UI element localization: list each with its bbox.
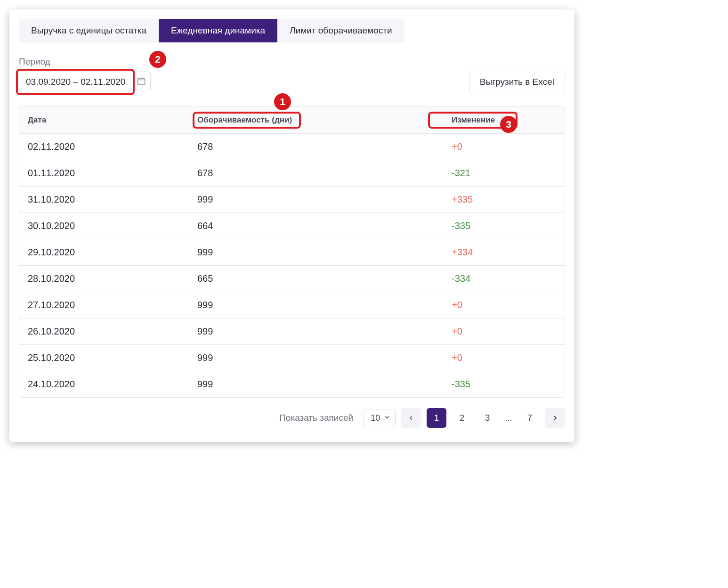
tab-1[interactable]: Ежедневная динамика: [159, 19, 277, 42]
column-turnover-label: Оборачиваемость (дни): [197, 115, 292, 124]
next-page-button[interactable]: [545, 408, 565, 428]
cell-date: 29.10.2020: [28, 247, 197, 258]
cell-date: 25.10.2020: [28, 352, 197, 363]
annotation-badge-1: 1: [274, 93, 291, 110]
page-size-label: Показать записей: [279, 413, 353, 423]
report-panel: 2 1 3 Выручка с единицы остаткаЕжедневна…: [9, 9, 574, 442]
cell-change: +0: [433, 300, 556, 310]
turnover-table: Дата Оборачиваемость (дни) Изменение 02.…: [19, 106, 565, 398]
table-row: 27.10.2020999+0: [19, 292, 565, 318]
cell-change: +0: [433, 352, 556, 363]
cell-change: +0: [433, 326, 556, 337]
annotation-badge-2: 2: [149, 51, 166, 68]
table-row: 30.10.2020664-335: [19, 213, 565, 239]
chevron-right-icon: [551, 414, 559, 422]
table-row: 26.10.2020999+0: [19, 318, 565, 345]
tabs: Выручка с единицы остаткаЕжедневная дина…: [19, 19, 404, 42]
cell-turnover: 999: [197, 247, 433, 258]
cell-date: 31.10.2020: [28, 194, 197, 205]
period-picker[interactable]: 03.09.2020 – 02.11.2020: [19, 72, 151, 92]
cell-turnover: 999: [197, 352, 433, 363]
cell-turnover: 678: [197, 168, 433, 179]
table-header: Дата Оборачиваемость (дни) Изменение: [19, 107, 565, 134]
column-change-label: Изменение: [452, 115, 495, 124]
chevron-left-icon: [407, 414, 415, 422]
table-row: 02.11.2020678+0: [19, 134, 565, 160]
page-1[interactable]: 1: [427, 408, 446, 428]
period-row: 03.09.2020 – 02.11.2020 Выгрузить в Exce…: [19, 71, 565, 93]
cell-turnover: 665: [197, 273, 433, 284]
table-row: 31.10.2020999+335: [19, 187, 565, 213]
prev-page-button[interactable]: [401, 408, 421, 428]
table-row: 24.10.2020999-335: [19, 371, 565, 397]
annotation-badge-3: 3: [500, 116, 517, 133]
column-date[interactable]: Дата: [28, 115, 197, 125]
tab-0[interactable]: Выручка с единицы остатка: [19, 19, 159, 42]
page-size-select[interactable]: 10: [364, 409, 396, 427]
cell-turnover: 999: [197, 326, 433, 337]
page-ellipsis: ...: [503, 413, 514, 423]
page-last[interactable]: 7: [520, 408, 540, 428]
cell-change: -335: [433, 220, 556, 231]
period-label: Период: [19, 57, 565, 67]
page-size-value: 10: [371, 413, 380, 423]
cell-date: 01.11.2020: [28, 168, 197, 179]
cell-change: -335: [433, 379, 556, 390]
cell-change: +334: [433, 247, 556, 258]
table-row: 25.10.2020999+0: [19, 345, 565, 371]
table-row: 28.10.2020665-334: [19, 266, 565, 292]
cell-date: 30.10.2020: [28, 220, 197, 231]
column-turnover[interactable]: Оборачиваемость (дни): [197, 115, 433, 125]
cell-date: 24.10.2020: [28, 379, 197, 390]
cell-date: 27.10.2020: [28, 300, 197, 310]
cell-turnover: 999: [197, 379, 433, 390]
cell-date: 02.11.2020: [28, 141, 197, 152]
cell-date: 28.10.2020: [28, 273, 197, 284]
cell-date: 26.10.2020: [28, 326, 197, 337]
column-change[interactable]: Изменение: [433, 115, 556, 125]
cell-change: -321: [433, 168, 556, 179]
table-row: 29.10.2020999+334: [19, 239, 565, 266]
cell-change: +335: [433, 194, 556, 205]
cell-change: +0: [433, 141, 556, 152]
cell-turnover: 678: [197, 141, 433, 152]
period-value: 03.09.2020 – 02.11.2020: [19, 72, 151, 92]
table-row: 01.11.2020678-321: [19, 160, 565, 187]
pagination: Показать записей 10 123 ... 7: [19, 408, 565, 428]
chevron-down-icon: [384, 413, 390, 423]
page-3[interactable]: 3: [477, 408, 497, 428]
cell-turnover: 664: [197, 220, 433, 231]
cell-change: -334: [433, 273, 556, 284]
svg-rect-0: [138, 78, 145, 84]
tab-2[interactable]: Лимит оборачиваемости: [277, 19, 404, 42]
calendar-icon: [137, 76, 146, 88]
cell-turnover: 999: [197, 194, 433, 205]
export-excel-button[interactable]: Выгрузить в Excel: [469, 71, 565, 93]
cell-turnover: 999: [197, 300, 433, 310]
page-2[interactable]: 2: [452, 408, 472, 428]
